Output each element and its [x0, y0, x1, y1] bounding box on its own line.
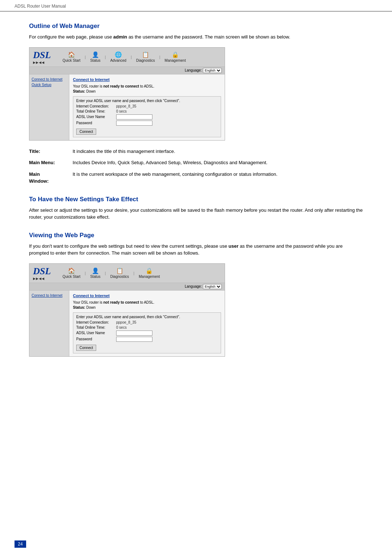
section-new-settings-title: To Have the New Settings Take Effect [29, 196, 363, 203]
manual-title: ADSL Router User Manual [15, 4, 66, 9]
router-mockup-1: DSL ▶▶◀◀ 🏠 Quick Start | 👤 Status | [29, 47, 225, 141]
nav-quick-start-label-2: Quick Start [62, 275, 80, 279]
form-row-password-1: Password [76, 121, 218, 126]
connect-button-2[interactable]: Connect [76, 345, 96, 351]
nav-management-label-2: Management [139, 275, 160, 279]
router-body-1: Connect to Internet Quick Setup Connect … [29, 74, 225, 140]
username-input-1[interactable] [116, 114, 152, 119]
sidebar-connect-2[interactable]: Connect to Internet [32, 293, 67, 297]
form-row-connection-2: Internet Connection: pppoe_8_35 [76, 320, 218, 324]
nav-advanced-1[interactable]: 🌐 Advanced [107, 50, 129, 63]
form-row-username-2: ADSL User Name [76, 331, 218, 336]
router-sidebar-2: Connect to Internet [29, 291, 69, 356]
section-viewing-title: Viewing the Web Page [29, 232, 363, 239]
router-nav-1: 🏠 Quick Start | 👤 Status | 🌐 Advanced | [60, 50, 221, 63]
nav-diagnostics-1[interactable]: 📋 Diagnostics [133, 50, 158, 63]
form-row-password-2: Password [76, 337, 218, 342]
router-topbar-1: DSL ▶▶◀◀ 🏠 Quick Start | 👤 Status | [29, 48, 225, 67]
nav-status-2[interactable]: 👤 Status [87, 267, 103, 279]
router-lang-bar-2: Language: English [29, 283, 225, 291]
management-icon-2: 🔒 [146, 267, 153, 274]
desc-def-title: It indicates the title of this managemen… [73, 148, 363, 155]
form-row-online-2: Total Online Time: 0 secs [76, 325, 218, 329]
form-row-connection-1: Internet Connection: pppoe_8_35 [76, 104, 218, 108]
section-new-settings-intro: After select or adjust the settings to y… [29, 207, 363, 221]
username-input-2[interactable] [116, 331, 152, 336]
router-nav-2: 🏠 Quick Start | 👤 Status | 📋 Diagnostics… [60, 267, 221, 279]
router-main-2: Connect to Internet Your DSL router is n… [69, 291, 225, 356]
language-label-2: Language: [185, 284, 203, 288]
admin-bold: admin [113, 34, 127, 40]
form-hint-2: Enter your ADSL user name and password, … [76, 315, 218, 319]
status-icon-1: 👤 [92, 51, 99, 58]
router-main-title-1: Connect to Internet [73, 77, 221, 82]
router-logo-1: DSL ▶▶◀◀ [33, 50, 54, 64]
form-hint-1: Enter your ADSL user name and password, … [76, 99, 218, 103]
nav-quick-start-label-1: Quick Start [62, 58, 80, 62]
page-number: 24 [15, 540, 26, 548]
section-viewing: Viewing the Web Page If you don't want t… [29, 232, 363, 357]
router-logo-2: DSL ▶▶◀◀ [33, 266, 54, 280]
sidebar-connect-1[interactable]: Connect to Internet [32, 77, 67, 81]
section-outline-intro: For configure the web page, please use a… [29, 33, 363, 41]
password-input-1[interactable] [116, 121, 152, 126]
nav-management-label-1: Management [165, 58, 186, 62]
nav-advanced-label-1: Advanced [110, 58, 126, 62]
advanced-icon-1: 🌐 [115, 51, 122, 58]
desc-table-1: Title: It indicates the title of this ma… [29, 148, 363, 185]
section-viewing-intro: If you don't want to configure the web s… [29, 243, 363, 257]
diagnostics-icon-1: 📋 [142, 51, 149, 58]
section-outline: Outline of Web Manager For configure the… [29, 23, 363, 185]
nav-management-1[interactable]: 🔒 Management [162, 50, 189, 63]
nav-quick-start-1[interactable]: 🏠 Quick Start [60, 50, 83, 63]
router-mockup-2: DSL ▶▶◀◀ 🏠 Quick Start | 👤 Status | [29, 263, 225, 357]
nav-diagnostics-2[interactable]: 📋 Diagnostics [107, 267, 132, 279]
password-input-2[interactable] [116, 337, 152, 342]
section-outline-title: Outline of Web Manager [29, 23, 363, 30]
router-main-title-2: Connect to Internet [73, 293, 221, 298]
management-icon-1: 🔒 [172, 51, 179, 58]
router-sidebar-1: Connect to Internet Quick Setup [29, 74, 69, 140]
desc-row-title: Title: It indicates the title of this ma… [29, 148, 363, 155]
language-label-1: Language: [185, 68, 203, 72]
nav-diagnostics-label-2: Diagnostics [110, 275, 129, 279]
nav-status-label-1: Status [90, 58, 100, 62]
router-status-text-2: Your DSL router is not ready to connect … [73, 300, 221, 310]
router-lang-bar-1: Language: English [29, 67, 225, 74]
desc-term-mainwindow: MainWindow: [29, 171, 73, 185]
nav-diagnostics-label-1: Diagnostics [136, 58, 155, 62]
connect-button-1[interactable]: Connect [76, 129, 96, 135]
nav-quick-start-2[interactable]: 🏠 Quick Start [60, 267, 83, 279]
router-main-1: Connect to Internet Your DSL router is n… [69, 74, 225, 140]
desc-def-mainwindow: It is the current workspace of the web m… [73, 171, 363, 185]
desc-def-mainmenu: Includes Device Info, Quick Setup, Advan… [73, 159, 363, 166]
router-body-2: Connect to Internet Connect to Internet … [29, 291, 225, 356]
desc-term-title: Title: [29, 148, 73, 155]
quick-start-icon-1: 🏠 [68, 51, 75, 58]
sidebar-quick-setup-1[interactable]: Quick Setup [32, 83, 67, 87]
nav-management-2[interactable]: 🔒 Management [136, 267, 163, 279]
router-status-text-1: Your DSL router is not ready to connect … [73, 84, 221, 94]
desc-term-mainmenu: Main Menu: [29, 159, 73, 166]
router-form-box-2: Enter your ADSL user name and password, … [73, 312, 221, 353]
quick-start-icon-2: 🏠 [68, 267, 75, 274]
router-topbar-2: DSL ▶▶◀◀ 🏠 Quick Start | 👤 Status | [29, 264, 225, 283]
section-new-settings: To Have the New Settings Take Effect Aft… [29, 196, 363, 221]
page-header: ADSL Router User Manual [0, 0, 392, 11]
user-bold: user [229, 243, 238, 249]
desc-row-mainmenu: Main Menu: Includes Device Info, Quick S… [29, 159, 363, 166]
diagnostics-icon-2: 📋 [116, 267, 123, 274]
language-select-2[interactable]: English [203, 284, 222, 289]
status-icon-2: 👤 [92, 267, 99, 274]
page-content: Outline of Web Manager For configure the… [0, 12, 392, 382]
form-row-username-1: ADSL User Name [76, 114, 218, 119]
language-select-1[interactable]: English [203, 68, 222, 73]
router-form-box-1: Enter your ADSL user name and password, … [73, 96, 221, 137]
desc-row-mainwindow: MainWindow: It is the current workspace … [29, 171, 363, 185]
nav-status-label-2: Status [90, 275, 100, 279]
form-row-online-1: Total Online Time: 0 secs [76, 109, 218, 113]
nav-status-1[interactable]: 👤 Status [87, 50, 103, 63]
